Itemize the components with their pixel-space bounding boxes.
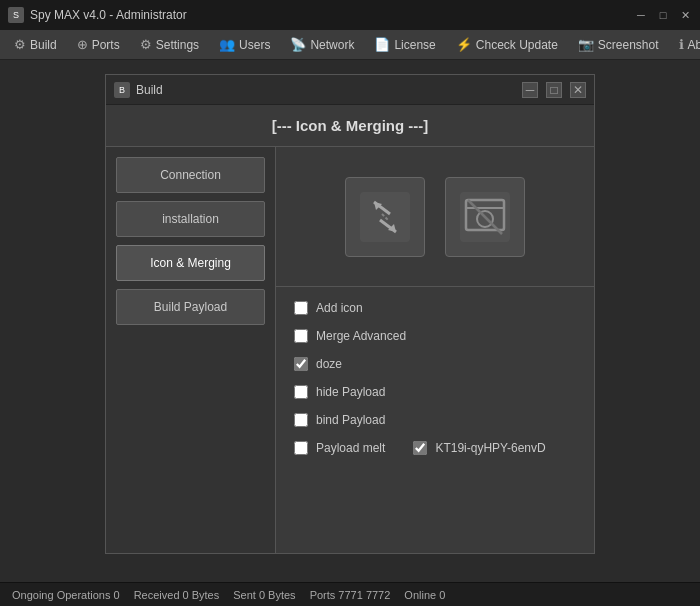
status-bar: Ongoing Operations 0 Received 0 Bytes Se… bbox=[0, 582, 700, 606]
status-received: Received 0 Bytes bbox=[134, 589, 234, 601]
add-icon-label[interactable]: Add icon bbox=[316, 301, 363, 315]
hide-payload-checkbox[interactable] bbox=[294, 385, 308, 399]
option-bind-payload: bind Payload bbox=[294, 413, 576, 427]
icon-preview-area bbox=[276, 147, 594, 287]
payload-melt-label[interactable]: Payload melt bbox=[316, 441, 385, 455]
payload-melt-checkbox[interactable] bbox=[294, 441, 308, 455]
app-title: Spy MAX v4.0 - Administrator bbox=[30, 8, 634, 22]
kt19i-checkbox[interactable] bbox=[413, 441, 427, 455]
menu-about[interactable]: ℹ About bbox=[669, 33, 700, 56]
menu-ports[interactable]: ⊕ Ports bbox=[67, 33, 130, 56]
nav-connection[interactable]: Connection bbox=[116, 157, 265, 193]
menu-license-label: License bbox=[394, 38, 435, 52]
title-bar: S Spy MAX v4.0 - Administrator ─ □ ✕ bbox=[0, 0, 700, 30]
menu-build-label: Build bbox=[30, 38, 57, 52]
build-title-text: Build bbox=[136, 83, 522, 97]
settings-icon: ⚙ bbox=[140, 37, 152, 52]
status-operations: Ongoing Operations 0 bbox=[12, 589, 134, 601]
minimize-button[interactable]: ─ bbox=[634, 8, 648, 22]
nav-installation[interactable]: installation bbox=[116, 201, 265, 237]
maximize-button[interactable]: □ bbox=[656, 8, 670, 22]
close-button[interactable]: ✕ bbox=[678, 8, 692, 22]
build-minimize-button[interactable]: ─ bbox=[522, 82, 538, 98]
build-content: [--- Icon & Merging ---] Connection inst… bbox=[106, 105, 594, 553]
merge-advanced-checkbox[interactable] bbox=[294, 329, 308, 343]
build-close-button[interactable]: ✕ bbox=[570, 82, 586, 98]
menu-about-label: About bbox=[688, 38, 700, 52]
option-add-icon: Add icon bbox=[294, 301, 576, 315]
hide-payload-label[interactable]: hide Payload bbox=[316, 385, 385, 399]
no-image-icon bbox=[460, 192, 510, 242]
add-icon-checkbox[interactable] bbox=[294, 301, 308, 315]
menu-update[interactable]: ⚡ Chceck Update bbox=[446, 33, 568, 56]
options-area: Add icon Merge Advanced doze hide P bbox=[276, 287, 594, 469]
bind-payload-checkbox[interactable] bbox=[294, 413, 308, 427]
status-ports: Ports 7771 7772 bbox=[310, 589, 405, 601]
no-image-icon-box[interactable] bbox=[445, 177, 525, 257]
menu-license[interactable]: 📄 License bbox=[364, 33, 445, 56]
license-icon: 📄 bbox=[374, 37, 390, 52]
build-title-bar: B Build ─ □ ✕ bbox=[106, 75, 594, 105]
app-icon: S bbox=[8, 7, 24, 23]
menu-bar: ⚙ Build ⊕ Ports ⚙ Settings 👥 Users 📡 Net… bbox=[0, 30, 700, 60]
option-hide-payload: hide Payload bbox=[294, 385, 576, 399]
menu-build[interactable]: ⚙ Build bbox=[4, 33, 67, 56]
build-maximize-button[interactable]: □ bbox=[546, 82, 562, 98]
bind-payload-label[interactable]: bind Payload bbox=[316, 413, 385, 427]
build-icon: ⚙ bbox=[14, 37, 26, 52]
nav-build-payload[interactable]: Build Payload bbox=[116, 289, 265, 325]
menu-screenshot[interactable]: 📷 Screenshot bbox=[568, 33, 669, 56]
build-body: Connection installation Icon & Merging B… bbox=[106, 147, 594, 553]
doze-label[interactable]: doze bbox=[316, 357, 342, 371]
left-nav: Connection installation Icon & Merging B… bbox=[106, 147, 276, 553]
merge-icon-box[interactable] bbox=[345, 177, 425, 257]
menu-settings-label: Settings bbox=[156, 38, 199, 52]
menu-screenshot-label: Screenshot bbox=[598, 38, 659, 52]
menu-update-label: Chceck Update bbox=[476, 38, 558, 52]
menu-network-label: Network bbox=[310, 38, 354, 52]
merge-advanced-label[interactable]: Merge Advanced bbox=[316, 329, 406, 343]
kt19i-label[interactable]: KT19i-qyHPY-6envD bbox=[435, 441, 545, 455]
option-merge-advanced: Merge Advanced bbox=[294, 329, 576, 343]
svg-rect-0 bbox=[360, 192, 410, 242]
menu-settings[interactable]: ⚙ Settings bbox=[130, 33, 209, 56]
update-icon: ⚡ bbox=[456, 37, 472, 52]
users-icon: 👥 bbox=[219, 37, 235, 52]
menu-users[interactable]: 👥 Users bbox=[209, 33, 280, 56]
nav-icon-merging[interactable]: Icon & Merging bbox=[116, 245, 265, 281]
doze-checkbox[interactable] bbox=[294, 357, 308, 371]
status-online: Online 0 bbox=[404, 589, 459, 601]
right-content: Add icon Merge Advanced doze hide P bbox=[276, 147, 594, 553]
main-area: B Build ─ □ ✕ [--- Icon & Merging ---] C… bbox=[0, 60, 700, 582]
build-section-header: [--- Icon & Merging ---] bbox=[106, 105, 594, 147]
build-win-controls: ─ □ ✕ bbox=[522, 82, 586, 98]
build-window: B Build ─ □ ✕ [--- Icon & Merging ---] C… bbox=[105, 74, 595, 554]
about-icon: ℹ bbox=[679, 37, 684, 52]
build-window-icon: B bbox=[114, 82, 130, 98]
menu-network[interactable]: 📡 Network bbox=[280, 33, 364, 56]
screenshot-icon: 📷 bbox=[578, 37, 594, 52]
menu-ports-label: Ports bbox=[92, 38, 120, 52]
window-controls: ─ □ ✕ bbox=[634, 8, 692, 22]
network-icon: 📡 bbox=[290, 37, 306, 52]
option-doze: doze bbox=[294, 357, 576, 371]
status-sent: Sent 0 Bytes bbox=[233, 589, 309, 601]
merge-arrows-icon bbox=[360, 192, 410, 242]
ports-icon: ⊕ bbox=[77, 37, 88, 52]
option-payload-melt: Payload melt KT19i-qyHPY-6envD bbox=[294, 441, 576, 455]
menu-users-label: Users bbox=[239, 38, 270, 52]
